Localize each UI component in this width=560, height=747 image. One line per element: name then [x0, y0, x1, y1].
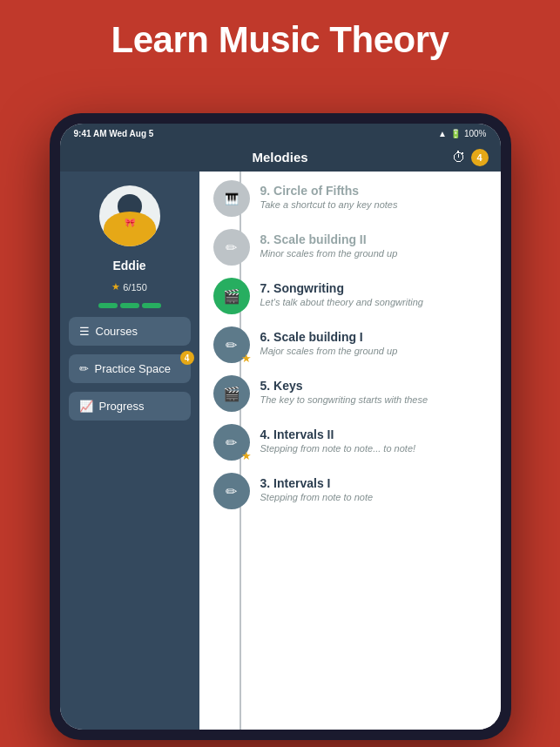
status-bar: 9:41 AM Wed Aug 5 ▲ 🔋 100%	[60, 124, 501, 143]
course-title-8: 8. Scale building II	[260, 232, 487, 246]
avatar: 🎀	[99, 185, 160, 246]
clock-icon[interactable]: ⏱	[452, 150, 466, 165]
course-info-5: 5. Keys The key to songwriting starts wi…	[260, 375, 487, 405]
list-item[interactable]: 🎹 9. Circle of Fifths Take a shortcut to…	[213, 180, 487, 217]
nav-title: Melodies	[252, 150, 307, 165]
course-title-5: 5. Keys	[260, 379, 487, 393]
nav-badge[interactable]: 4	[471, 149, 489, 166]
user-name: Eddie	[112, 259, 145, 273]
nav-right: ⏱ 4	[452, 149, 489, 166]
star-indicator-6: ★	[241, 352, 252, 365]
star-indicator-4: ★	[241, 449, 252, 462]
practice-icon: ✏	[79, 362, 89, 375]
course-info-9: 9. Circle of Fifths Take a shortcut to a…	[260, 180, 487, 210]
tablet-device: 9:41 AM Wed Aug 5 ▲ 🔋 100% Melodies ⏱ 4	[50, 113, 511, 740]
course-info-7: 7. Songwriting Let's talk about theory a…	[260, 278, 487, 307]
course-icon-8: ✏	[213, 229, 250, 266]
main-content: 🎀 Eddie ★ 6/150 ☰ Courses	[60, 172, 501, 730]
list-item[interactable]: ✏ 8. Scale building II Minor scales from…	[213, 229, 487, 266]
user-score: ★ 6/150	[111, 281, 147, 293]
sidebar-item-practice-space[interactable]: ✏ Practice Space 4	[69, 354, 191, 383]
course-subtitle-7: Let's talk about theory and songwriting	[260, 297, 487, 307]
progress-icon: 📈	[79, 400, 93, 413]
progress-bars	[98, 303, 161, 308]
course-subtitle-5: The key to songwriting starts with these	[260, 394, 487, 405]
course-subtitle-9: Take a shortcut to any key notes	[260, 199, 487, 210]
progress-bar-3	[142, 303, 161, 308]
status-time: 9:41 AM Wed Aug 5	[74, 129, 154, 138]
list-item[interactable]: ✏ 6. Scale building I Major scales from …	[213, 326, 487, 363]
banner-title: Learn Music Theory	[17, 19, 543, 61]
list-item[interactable]: 🎬 7. Songwriting Let's talk about theory…	[213, 278, 487, 314]
course-info-3: 3. Intervals I Stepping from note to not…	[260, 473, 487, 502]
practice-badge: 4	[180, 351, 194, 365]
tablet-screen: 9:41 AM Wed Aug 5 ▲ 🔋 100% Melodies ⏱ 4	[60, 124, 501, 730]
course-icon-5: 🎬	[213, 375, 250, 412]
course-subtitle-8: Minor scales from the ground up	[260, 248, 487, 259]
sidebar-item-courses[interactable]: ☰ Courses	[69, 317, 191, 346]
course-title-6: 6. Scale building I	[260, 330, 487, 344]
course-subtitle-6: Major scales from the ground up	[260, 346, 487, 356]
course-subtitle-3: Stepping from note to note	[260, 492, 487, 502]
banner: Learn Music Theory	[0, 0, 560, 77]
battery-icon: 🔋	[450, 129, 461, 138]
course-icon-9: 🎹	[213, 180, 250, 217]
wifi-icon: ▲	[438, 129, 447, 138]
nav-bar: Melodies ⏱ 4	[60, 143, 501, 172]
sidebar: 🎀 Eddie ★ 6/150 ☰ Courses	[60, 172, 199, 730]
course-title-3: 3. Intervals I	[260, 476, 487, 490]
course-info-8: 8. Scale building II Minor scales from t…	[260, 229, 487, 259]
list-item[interactable]: ✏ 3. Intervals I Stepping from note to n…	[213, 473, 487, 509]
courses-icon: ☰	[79, 325, 90, 338]
course-info-4: 4. Intervals II Stepping from note to no…	[260, 424, 487, 454]
course-icon-7: 🎬	[213, 278, 250, 314]
course-icon-3: ✏	[213, 473, 250, 509]
star-icon: ★	[111, 281, 120, 293]
course-title-9: 9. Circle of Fifths	[260, 184, 487, 198]
list-item[interactable]: ✏ 4. Intervals II Stepping from note to …	[213, 424, 487, 461]
progress-bar-2	[120, 303, 139, 308]
sidebar-item-progress[interactable]: 📈 Progress	[69, 392, 191, 421]
avatar-bowtie: 🎀	[125, 218, 135, 227]
course-subtitle-4: Stepping from note to note... to note!	[260, 443, 487, 454]
status-right: ▲ 🔋 100%	[438, 129, 486, 138]
avatar-shoulders: 🎀	[104, 212, 156, 246]
course-title-7: 7. Songwriting	[260, 281, 487, 295]
course-title-4: 4. Intervals II	[260, 427, 487, 441]
progress-bar-1	[98, 303, 118, 308]
course-list: 🎹 9. Circle of Fifths Take a shortcut to…	[199, 172, 501, 730]
list-item[interactable]: 🎬 5. Keys The key to songwriting starts …	[213, 375, 487, 412]
course-info-6: 6. Scale building I Major scales from th…	[260, 326, 487, 356]
